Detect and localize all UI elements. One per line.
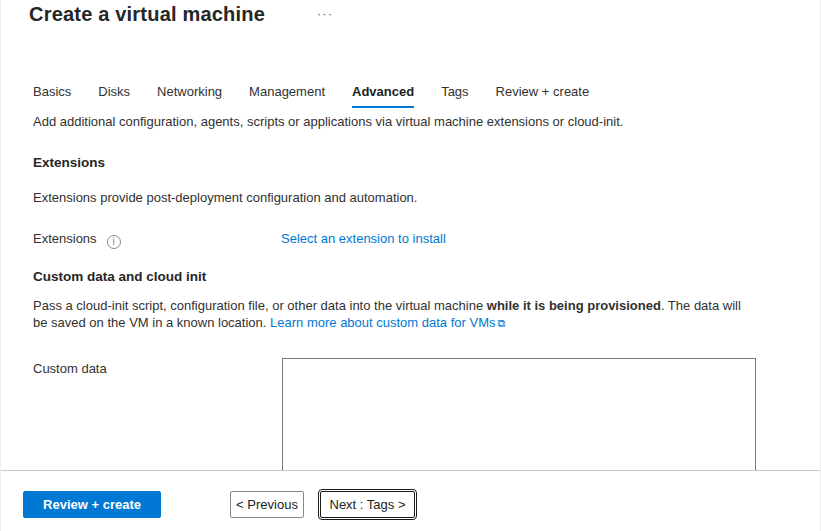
- tab-review-create[interactable]: Review + create: [496, 84, 590, 108]
- custom-data-section-description: Pass a cloud-init script, configuration …: [33, 297, 745, 332]
- extensions-field-row: Extensionsi Select an extension to insta…: [33, 231, 773, 249]
- next-tags-button[interactable]: Next : Tags >: [320, 491, 415, 518]
- custom-data-textarea-container: [282, 358, 756, 470]
- custom-data-textarea[interactable]: [282, 358, 756, 470]
- tab-tags[interactable]: Tags: [441, 84, 468, 108]
- external-link-icon: ⧉: [498, 317, 506, 329]
- more-options-icon[interactable]: ···: [317, 6, 333, 21]
- tab-basics[interactable]: Basics: [33, 84, 71, 108]
- info-icon[interactable]: i: [107, 235, 121, 249]
- page-title: Create a virtual machine: [29, 3, 265, 26]
- tab-management[interactable]: Management: [249, 84, 325, 108]
- create-vm-page: Create a virtual machine ··· Basics Disk…: [0, 0, 821, 531]
- tab-advanced[interactable]: Advanced: [352, 84, 414, 108]
- review-create-button[interactable]: Review + create: [23, 491, 161, 518]
- custom-data-section-heading: Custom data and cloud init: [33, 269, 206, 284]
- wizard-tabs: Basics Disks Networking Management Advan…: [33, 84, 589, 108]
- footer-bar: Review + create < Previous Next : Tags >: [1, 471, 821, 531]
- advanced-tab-description: Add additional configuration, agents, sc…: [33, 114, 773, 129]
- extensions-section-description: Extensions provide post-deployment confi…: [33, 190, 417, 205]
- extensions-section-heading: Extensions: [33, 155, 105, 170]
- custom-data-field-row: Custom data: [33, 361, 107, 376]
- custom-data-field-label: Custom data: [33, 361, 107, 376]
- tab-networking[interactable]: Networking: [157, 84, 222, 108]
- custom-data-desc-text: Pass a cloud-init script, configuration …: [33, 298, 487, 313]
- learn-more-link[interactable]: Learn more about custom data for VMs: [270, 315, 495, 330]
- tab-disks[interactable]: Disks: [98, 84, 130, 108]
- previous-button[interactable]: < Previous: [230, 491, 304, 518]
- custom-data-desc-bold: while it is being provisioned: [487, 298, 661, 313]
- extensions-field-label: Extensions: [33, 231, 97, 246]
- select-extension-link[interactable]: Select an extension to install: [281, 231, 446, 246]
